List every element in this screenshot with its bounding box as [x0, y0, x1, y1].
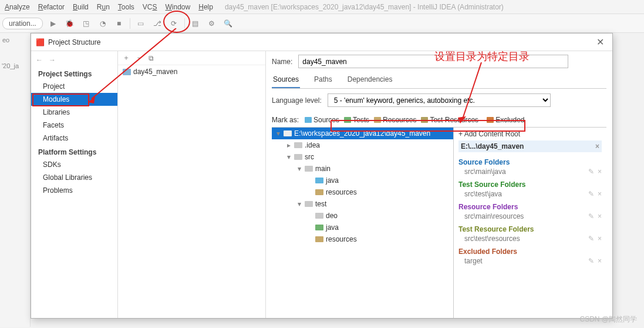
stop-icon[interactable]: ■	[113, 18, 125, 29]
menu-vcs[interactable]: VCS	[143, 3, 157, 11]
folder-item[interactable]: src\test\java✎×	[458, 189, 602, 199]
profile-icon[interactable]: ◔	[97, 18, 109, 29]
coverage-icon[interactable]: ◳	[80, 18, 92, 29]
module-name-input[interactable]	[298, 55, 568, 68]
main-menubar: Analyze Refactor Build Run Tools VCS Win…	[0, 0, 644, 14]
folder-header: Resource Folders	[458, 199, 602, 211]
tree-root[interactable]: ▾ E:\workspaces_2020_java12\day45_maven	[272, 128, 453, 139]
window-title: day45_maven [E:\workspaces_2020_java12\d…	[225, 3, 504, 11]
tree-node[interactable]: java	[272, 175, 453, 186]
module-icon	[123, 69, 131, 75]
mark-excluded[interactable]: Excluded	[484, 115, 527, 125]
remove-icon[interactable]: ×	[598, 235, 602, 243]
tab-paths[interactable]: Paths	[313, 73, 333, 88]
add-icon[interactable]: ＋	[123, 53, 130, 63]
folder-header: Test Resource Folders	[458, 222, 602, 233]
project-structure-icon[interactable]: ▤	[190, 18, 201, 29]
nav-item-artifacts[interactable]: Artifacts	[31, 132, 117, 145]
settings-icon[interactable]: ⚙	[206, 18, 218, 29]
settings-nav: ← → Project SettingsProjectModulesLibrar…	[31, 51, 118, 318]
folder-item[interactable]: target✎×	[458, 256, 602, 266]
folder-item[interactable]: src\main\java✎×	[458, 166, 602, 177]
menu-analyze[interactable]: Analyze	[5, 3, 30, 11]
sync-icon[interactable]: ⟳	[168, 18, 180, 29]
mark-resources[interactable]: Resources	[372, 115, 419, 125]
nav-item-facets[interactable]: Facets	[31, 119, 117, 132]
folder-header: Test Source Folders	[458, 177, 602, 189]
project-structure-dialog: 🟥 Project Structure ✕ ← → Project Settin…	[31, 33, 613, 319]
content-root-path[interactable]: E:\...\day45_maven×	[458, 140, 602, 152]
add-content-root[interactable]: + Add Content Root	[458, 130, 602, 140]
mark-tests[interactable]: Tests	[342, 115, 372, 125]
folder-header: Excluded Folders	[458, 244, 602, 256]
content-roots-panel: + Add Content Root E:\...\day45_maven× S…	[454, 128, 606, 318]
language-level-label: Language level:	[272, 96, 322, 105]
tree-node[interactable]: resources	[272, 186, 453, 198]
tree-node[interactable]: ▾src	[272, 151, 453, 163]
left-gutter: eo	[0, 33, 31, 327]
source-tree[interactable]: ▾ E:\workspaces_2020_java12\day45_maven …	[272, 128, 454, 318]
edit-icon[interactable]: ✎	[588, 168, 594, 176]
tab-dependencies[interactable]: Dependencies	[346, 73, 394, 88]
copy-icon[interactable]: ⧉	[149, 54, 154, 62]
edit-icon[interactable]: ✎	[588, 257, 594, 265]
search-icon[interactable]: 🔍	[222, 18, 234, 29]
menu-help[interactable]: Help	[198, 3, 213, 11]
menu-window[interactable]: Window	[166, 3, 191, 11]
tree-node[interactable]: java	[272, 222, 453, 233]
module-list-panel: ＋ － ⧉ day45_maven	[118, 51, 266, 318]
tab-sources[interactable]: Sources	[272, 73, 300, 88]
folder-item[interactable]: src\main\resources✎×	[458, 211, 602, 222]
nav-item-problems[interactable]: Problems	[31, 184, 117, 197]
tree-node[interactable]: ▾main	[272, 163, 453, 175]
name-label: Name:	[272, 58, 292, 66]
mark-test-resources[interactable]: Test Resources	[419, 115, 481, 125]
menu-run[interactable]: Run	[97, 3, 110, 11]
edit-icon[interactable]: ✎	[588, 212, 594, 220]
gutter-crumb: '20_ja	[2, 62, 19, 69]
nav-item-sdks[interactable]: SDKs	[31, 158, 117, 171]
module-detail-panel: Name: SourcesPathsDependencies Language …	[266, 51, 612, 318]
edit-icon[interactable]: ✎	[588, 190, 594, 198]
folder-header: Source Folders	[458, 155, 602, 166]
idea-icon: 🟥	[36, 38, 45, 46]
run-icon[interactable]: ▶	[48, 18, 59, 29]
nav-header: Project Settings	[31, 66, 117, 80]
gutter-tab[interactable]: eo	[0, 35, 30, 45]
language-level-select[interactable]: 5 - 'enum' keyword, generics, autoboxing…	[328, 93, 551, 107]
nav-item-modules[interactable]: Modules	[31, 93, 117, 106]
nav-item-project[interactable]: Project	[31, 80, 117, 93]
module-label: day45_maven	[133, 68, 177, 76]
remove-icon[interactable]: －	[136, 53, 143, 63]
remove-icon[interactable]: ×	[598, 168, 602, 176]
remove-icon[interactable]: ×	[598, 257, 602, 265]
tree-node[interactable]: ▾test	[272, 198, 453, 210]
remove-icon[interactable]: ×	[598, 212, 602, 220]
mark-sources[interactable]: Sources	[302, 115, 342, 125]
menu-build[interactable]: Build	[73, 3, 89, 11]
menu-refactor[interactable]: Refactor	[38, 3, 65, 11]
dialog-titlebar: 🟥 Project Structure ✕	[31, 34, 612, 51]
dialog-title: Project Structure	[48, 38, 100, 46]
main-toolbar: uration... ▶ 🐞 ◳ ◔ ■ ▭ ⎇ ⟳ ▤ ⚙ 🔍	[0, 14, 644, 33]
close-icon[interactable]: ✕	[593, 36, 608, 48]
remove-icon[interactable]: ×	[598, 190, 602, 198]
tree-node[interactable]: deo	[272, 210, 453, 222]
folder-item[interactable]: src\test\resources✎×	[458, 233, 602, 244]
debug-icon[interactable]: 🐞	[64, 18, 76, 29]
device-icon[interactable]: ▭	[135, 18, 147, 29]
nav-item-global-libraries[interactable]: Global Libraries	[31, 171, 117, 184]
tree-node[interactable]: resources	[272, 233, 453, 245]
nav-history[interactable]: ← →	[31, 53, 117, 66]
nav-item-libraries[interactable]: Libraries	[31, 106, 117, 119]
run-config-dropdown[interactable]: uration...	[2, 18, 43, 29]
mark-as-label: Mark as:	[272, 116, 299, 124]
menu-tools[interactable]: Tools	[118, 3, 134, 11]
vcs-icon[interactable]: ⎇	[151, 18, 163, 29]
remove-root-icon[interactable]: ×	[595, 142, 599, 150]
edit-icon[interactable]: ✎	[588, 235, 594, 243]
tree-node[interactable]: ▸.idea	[272, 139, 453, 151]
watermark: CSDN @陶然同学	[579, 314, 637, 324]
module-item[interactable]: day45_maven	[118, 65, 265, 78]
nav-header: Platform Settings	[31, 145, 117, 158]
